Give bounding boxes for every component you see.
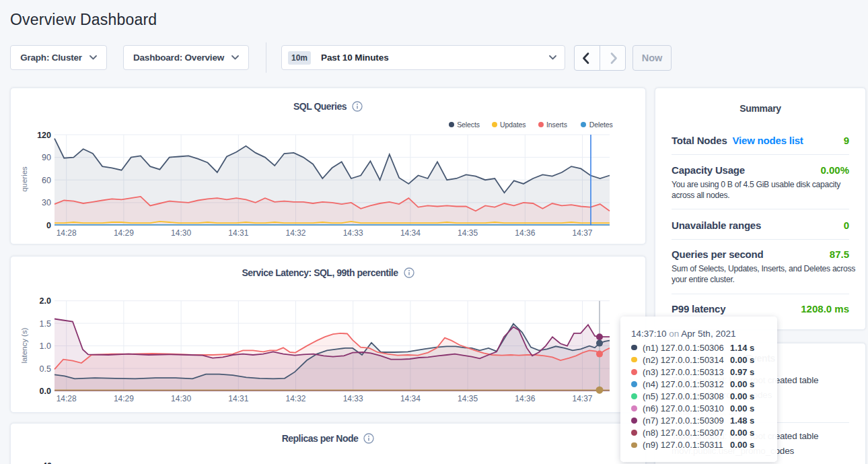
svg-text:14:32: 14:32 xyxy=(285,228,305,238)
svg-text:latency (s): latency (s) xyxy=(20,327,28,363)
svg-text:90: 90 xyxy=(42,153,51,162)
svg-text:14:31: 14:31 xyxy=(228,394,248,403)
svg-text:2.0: 2.0 xyxy=(40,296,51,306)
svg-text:14:30: 14:30 xyxy=(171,228,191,238)
svg-text:30: 30 xyxy=(42,198,51,207)
svg-text:14:37: 14:37 xyxy=(572,394,592,403)
svg-text:14:33: 14:33 xyxy=(343,394,363,403)
svg-text:0.5: 0.5 xyxy=(40,364,51,374)
svg-text:14:34: 14:34 xyxy=(400,394,421,403)
svg-text:14:37: 14:37 xyxy=(572,228,592,238)
svg-text:120: 120 xyxy=(37,131,51,140)
svg-text:0: 0 xyxy=(46,221,51,230)
svg-text:14:32: 14:32 xyxy=(285,394,305,403)
svg-text:14:36: 14:36 xyxy=(515,394,535,403)
svg-text:14:35: 14:35 xyxy=(458,228,478,238)
svg-text:14:35: 14:35 xyxy=(458,394,478,403)
svg-text:60: 60 xyxy=(42,176,51,185)
svg-text:14:33: 14:33 xyxy=(343,228,363,238)
svg-text:14:30: 14:30 xyxy=(171,394,191,403)
svg-text:14:31: 14:31 xyxy=(228,228,248,238)
svg-text:14:29: 14:29 xyxy=(114,394,134,403)
svg-text:14:28: 14:28 xyxy=(57,228,77,238)
svg-text:queries: queries xyxy=(20,166,28,192)
svg-text:0.0: 0.0 xyxy=(40,387,51,396)
svg-text:14:28: 14:28 xyxy=(57,394,77,403)
svg-text:1.0: 1.0 xyxy=(40,341,51,351)
svg-text:14:34: 14:34 xyxy=(400,228,421,238)
svg-text:1.5: 1.5 xyxy=(40,319,51,329)
svg-text:14:29: 14:29 xyxy=(114,228,134,238)
svg-text:14:36: 14:36 xyxy=(515,228,535,238)
